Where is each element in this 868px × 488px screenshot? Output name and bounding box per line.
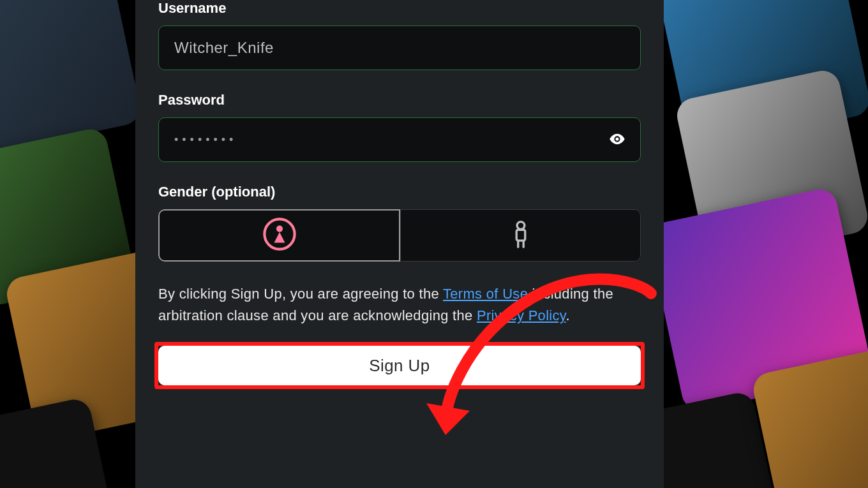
gender-toggle <box>158 209 641 262</box>
signup-panel: Username Password Gender (optional) <box>135 0 664 488</box>
toggle-password-visibility-button[interactable] <box>608 130 627 149</box>
eye-icon <box>608 140 626 150</box>
username-input-wrap <box>158 26 641 70</box>
gender-option-female[interactable] <box>158 209 400 262</box>
password-input[interactable] <box>158 117 641 162</box>
gender-option-male[interactable] <box>400 209 641 262</box>
password-input-wrap <box>158 117 641 162</box>
terms-of-use-link[interactable]: Terms of Use <box>443 286 528 302</box>
username-input[interactable] <box>158 26 641 70</box>
svg-point-2 <box>517 222 525 230</box>
gender-field-block: Gender (optional) <box>158 184 641 262</box>
agreement-pre: By clicking Sign Up, you are agreeing to… <box>158 286 443 302</box>
password-field-block: Password <box>158 92 641 162</box>
signup-button-wrap: Sign Up <box>158 346 641 385</box>
signup-button[interactable]: Sign Up <box>158 346 641 385</box>
svg-rect-3 <box>516 230 525 240</box>
username-label: Username <box>158 0 641 17</box>
gender-label: Gender (optional) <box>158 184 641 200</box>
male-icon <box>504 217 538 254</box>
svg-point-1 <box>276 226 282 232</box>
password-label: Password <box>158 92 641 108</box>
privacy-policy-link[interactable]: Privacy Policy <box>477 307 566 323</box>
username-field-block: Username <box>158 0 641 70</box>
female-icon <box>262 217 297 254</box>
agreement-text: By clicking Sign Up, you are agreeing to… <box>158 283 641 327</box>
agreement-post: . <box>566 307 570 323</box>
